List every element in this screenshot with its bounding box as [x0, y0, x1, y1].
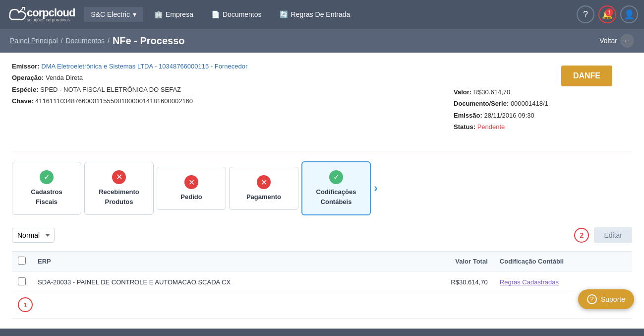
emissao-label: Emissão: [454, 112, 482, 119]
brand-sub: soluções corporativas [27, 17, 75, 22]
steps-container: ✓ Cadastros Fiscais ✕ Recebimento Produt… [12, 151, 632, 216]
pedido-icon: ✕ [184, 175, 198, 189]
row-number-row: 1 [12, 293, 632, 319]
breadcrumb: Painel Principal / Documentos / NFe - Pr… [10, 35, 184, 47]
regras-button[interactable]: 🔄 Regras De Entrada [273, 7, 357, 22]
cadastros-label2: Fiscais [36, 198, 58, 206]
refresh-icon: 🔄 [280, 10, 288, 18]
suporte-button[interactable]: ? Suporte [578, 289, 634, 309]
danfe-button[interactable]: DANFE [561, 66, 612, 86]
company-dropdown[interactable]: S&C Electric ▾ [84, 7, 143, 22]
table-row: SDA-20033 - PAINEL DE CONTROLE E AUTOMAC… [12, 271, 632, 293]
company-name: S&C Electric [91, 10, 130, 18]
recebimento-icon: ✕ [112, 170, 126, 184]
row-checkbox[interactable] [18, 277, 26, 285]
breadcrumb-sep1: / [61, 37, 63, 45]
step-pedido[interactable]: ✕ Pedido [157, 167, 226, 210]
breadcrumb-bar: Painel Principal / Documentos / NFe - Pr… [0, 29, 644, 53]
step-pagamento[interactable]: ✕ Pagamento [229, 167, 298, 210]
step-arrow-icon: › [374, 181, 378, 195]
pagamento-icon: ✕ [257, 175, 271, 189]
cadastros-icon: ✓ [40, 170, 54, 184]
dropdown-arrow-icon: ▾ [133, 10, 136, 18]
question-icon: ? [583, 9, 588, 20]
chave-value: 4116111034876600011555001000001418160000… [35, 97, 193, 105]
user-icon: 👤 [624, 9, 635, 20]
step-cadastros[interactable]: ✓ Cadastros Fiscais [12, 162, 81, 215]
valor-value: R$30.614,70 [473, 88, 510, 96]
main-content: Emissor: DMA Eletroeletrônica e Sistemas… [0, 53, 644, 329]
notification-badge: 1 [605, 8, 613, 16]
back-button[interactable]: Voltar ← [599, 34, 634, 48]
documentos-button[interactable]: 📄 Documentos [204, 7, 269, 22]
codificacoes-label1: Codificações [316, 188, 356, 197]
col-checkbox [12, 252, 32, 271]
breadcrumb-current: NFe - Processo [113, 35, 185, 47]
chave-label: Chave: [12, 97, 33, 105]
doc-serie-value: 000001418/1 [511, 100, 548, 107]
erp-value: SDA-20033 - PAINEL DE CONTROLE E AUTOMAC… [38, 278, 231, 286]
regras-link[interactable]: Regras Cadastradas [500, 278, 559, 286]
especie-label: Espécie: [12, 86, 38, 93]
footer: @ Corporate Cloud Sistemas Ltda / Ajuda [0, 329, 644, 336]
row-checkbox-cell [12, 271, 32, 293]
empresa-button[interactable]: 🏢 Empresa [147, 7, 200, 22]
logo: corpcloud soluções corporativas [6, 5, 75, 23]
suporte-circle-icon: ? [587, 294, 597, 304]
step-codificacoes[interactable]: ✓ Codificações Contábeis [301, 161, 371, 216]
pedido-label1: Pedido [180, 193, 202, 202]
col-valor-header: Valor Total [405, 252, 493, 271]
data-table: ERP Valor Total Codificação Contábil SDA… [12, 251, 632, 319]
status-value: Pendente [477, 123, 505, 131]
step-recebimento[interactable]: ✕ Recebimento Produtos [84, 162, 154, 215]
valor-label: Valor: [454, 88, 471, 96]
valor-cell-value: R$30.614,70 [451, 278, 487, 286]
emissao-value: 28/11/2016 09:30 [484, 112, 534, 119]
codificacoes-icon: ✓ [329, 170, 343, 184]
status-label: Status: [454, 123, 475, 131]
top-navigation: corpcloud soluções corporativas S&C Elec… [0, 0, 644, 29]
building-icon: 🏢 [154, 10, 163, 18]
breadcrumb-sep2: / [108, 37, 110, 45]
toolbar-step-badge: 2 [574, 228, 589, 243]
operacao-value: Venda Direta [46, 74, 83, 81]
recebimento-label1: Recebimento [99, 188, 139, 197]
codificacoes-label2: Contábeis [321, 198, 352, 206]
emissor-label: Emissor: [12, 63, 40, 70]
recebimento-label2: Produtos [105, 198, 133, 206]
row-number-cell: 1 [12, 293, 632, 319]
back-circle-icon: ← [620, 34, 634, 48]
toolbar-right: 2 Editar [574, 227, 632, 243]
row-erp-cell: SDA-20033 - PAINEL DE CONTROLE E AUTOMAC… [32, 271, 405, 293]
suporte-label: Suporte [601, 295, 625, 303]
operacao-label: Operação: [12, 74, 44, 81]
notifications-button[interactable]: 🔔 1 [598, 5, 616, 23]
emissor-value: DMA Eletroeletrônica e Sistemas LTDA - 1… [41, 63, 247, 70]
toolbar: Normal 2 Editar [12, 227, 632, 243]
invoice-right: DANFE Valor: R$30.614,70 Documento/Serie… [454, 61, 612, 133]
back-label: Voltar [599, 37, 617, 45]
select-all-checkbox[interactable] [18, 257, 26, 265]
pagamento-label1: Pagamento [246, 193, 281, 202]
col-erp-header: ERP [32, 252, 405, 271]
especie-value: SPED - NOTA FISCAL ELETRÔNICA DO SEFAZ [40, 86, 181, 93]
invoice-left: Emissor: DMA Eletroeletrônica e Sistemas… [12, 61, 434, 133]
logo-icon [6, 5, 27, 23]
document-icon: 📄 [211, 10, 220, 18]
table-header-row: ERP Valor Total Codificação Contábil [12, 252, 632, 271]
help-button[interactable]: ? [577, 5, 594, 23]
view-mode-select[interactable]: Normal [12, 228, 55, 243]
breadcrumb-painel[interactable]: Painel Principal [10, 37, 58, 45]
doc-serie-label: Documento/Serie: [454, 100, 509, 107]
user-menu-button[interactable]: 👤 [620, 5, 638, 23]
cadastros-label1: Cadastros [31, 188, 62, 197]
row-number-badge: 1 [18, 297, 33, 312]
row-valor-cell: R$30.614,70 [405, 271, 493, 293]
col-codificacao-header: Codificação Contábil [494, 252, 632, 271]
invoice-header: Emissor: DMA Eletroeletrônica e Sistemas… [12, 61, 632, 141]
breadcrumb-documentos[interactable]: Documentos [65, 37, 105, 45]
edit-button[interactable]: Editar [594, 227, 632, 243]
